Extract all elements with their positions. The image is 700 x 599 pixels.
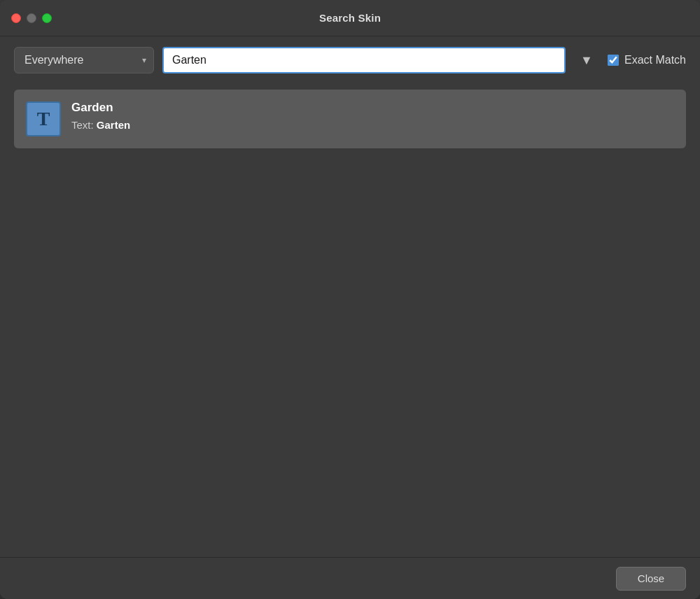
- exact-match-label: Exact Match: [624, 54, 686, 66]
- result-detail-value-0: Garten: [97, 119, 130, 131]
- footer: Close: [0, 557, 700, 599]
- exact-match-checkbox[interactable]: [608, 55, 619, 66]
- search-skin-window: Search Skin Everywhere ▾ ▼ Exact Match T…: [0, 0, 700, 599]
- result-name-0: Garden: [71, 101, 130, 115]
- window-title: Search Skin: [319, 12, 381, 24]
- search-input[interactable]: [162, 47, 566, 73]
- close-button[interactable]: Close: [616, 567, 686, 591]
- minimize-traffic-light[interactable]: [27, 13, 36, 23]
- text-skin-icon-letter: T: [37, 108, 50, 130]
- toolbar: Everywhere ▾ ▼ Exact Match: [0, 36, 700, 84]
- text-skin-icon: T: [26, 101, 61, 136]
- result-info-0: Garden Text: Garten: [71, 101, 130, 131]
- filter-arrow-icon: ▼: [580, 53, 593, 68]
- scope-dropdown-label: Everywhere: [24, 54, 136, 66]
- result-detail-prefix-0: Text:: [71, 119, 97, 131]
- scope-dropdown-arrow-icon: ▾: [142, 55, 146, 65]
- close-traffic-light[interactable]: [11, 13, 21, 23]
- filter-arrow-button[interactable]: ▼: [574, 48, 599, 73]
- traffic-lights: [11, 13, 52, 23]
- result-detail-0: Text: Garten: [71, 119, 130, 131]
- result-item-0[interactable]: T Garden Text: Garten: [14, 90, 686, 148]
- exact-match-wrapper[interactable]: Exact Match: [608, 54, 686, 66]
- scope-dropdown[interactable]: Everywhere ▾: [14, 47, 154, 73]
- results-area: T Garden Text: Garten: [0, 84, 700, 557]
- result-icon-0: T: [25, 101, 62, 137]
- maximize-traffic-light[interactable]: [42, 13, 52, 23]
- title-bar: Search Skin: [0, 0, 700, 36]
